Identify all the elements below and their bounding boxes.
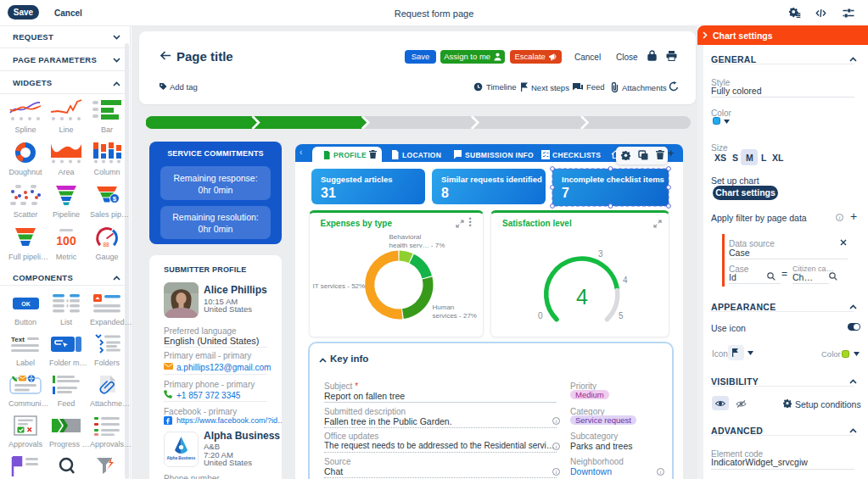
svg-text:$: $ xyxy=(113,195,117,203)
svg-text:100: 100 xyxy=(56,234,76,248)
svg-text:Text: Text xyxy=(11,336,25,343)
svg-text:88: 88 xyxy=(103,242,109,248)
svg-text:OK: OK xyxy=(21,301,31,307)
